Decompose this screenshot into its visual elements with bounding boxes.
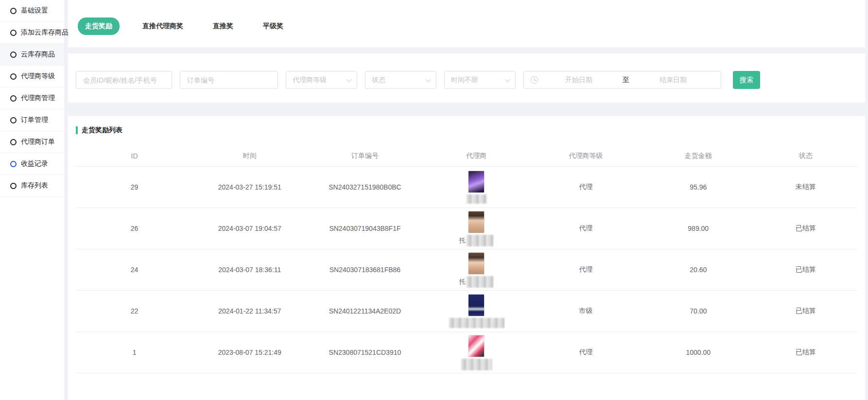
sidebar-item-agent-management[interactable]: 代理商管理 [0, 87, 65, 109]
table-header-row: ID 时间 订单编号 代理商 代理商等级 走货金额 状态 [76, 145, 857, 167]
sidebar-item-label: 云库存商品 [21, 50, 55, 59]
agent-avatar [468, 171, 485, 193]
chevron-down-icon [426, 76, 431, 82]
date-range-separator: 至 [620, 76, 632, 85]
time-range-select[interactable]: 时间不限 [444, 71, 516, 89]
status-select[interactable]: 状态 [365, 71, 436, 89]
filter-bar: 代理商等级 状态 时间不限 开始日期 至 结束日期 搜索 [68, 53, 865, 103]
radio-circle-icon [10, 139, 17, 145]
date-range-picker[interactable]: 开始日期 至 结束日期 [523, 71, 721, 89]
censored-name-block [467, 194, 487, 204]
cell-agent-level: 代理 [529, 265, 642, 274]
cell-time: 2023-08-07 15:21:49 [193, 348, 306, 356]
sidebar-item-add-cloud-stock-product[interactable]: 添加云库存商品 [0, 22, 65, 44]
col-header-id: ID [76, 152, 193, 160]
table-row: 1 2023-08-07 15:21:49 SN2308071521CD3910… [76, 332, 857, 373]
cell-id: 29 [76, 183, 193, 191]
cell-order-no: SN2401221134A2E02D [306, 307, 423, 315]
table-row: 29 2024-03-27 15:19:51 SN240327151980B0B… [76, 167, 857, 208]
cell-id: 1 [76, 348, 193, 356]
member-search-input[interactable] [76, 71, 172, 89]
agent-level-select-label: 代理商等级 [293, 76, 327, 85]
radio-circle-icon [10, 30, 17, 36]
cell-agent [424, 335, 529, 370]
sidebar-item-basic-settings[interactable]: 基础设置 [0, 0, 65, 22]
col-header-time: 时间 [193, 152, 306, 160]
agent-avatar [468, 335, 485, 357]
sidebar-item-label: 订单管理 [21, 116, 48, 124]
cell-amount: 1000.00 [642, 348, 754, 356]
radio-circle-icon [10, 73, 17, 80]
cell-agent-level: 代理 [529, 183, 642, 191]
app-root: 基础设置 添加云库存商品 云库存商品 代理商等级 代理商管理 订单管理 代理商订… [0, 0, 868, 400]
col-header-agent-level: 代理商等级 [529, 152, 642, 160]
sidebar-item-earnings-records[interactable]: 收益记录 [0, 153, 65, 175]
start-date-placeholder[interactable]: 开始日期 [538, 76, 620, 85]
sidebar-item-label: 代理商管理 [21, 94, 55, 103]
sidebar-item-agent-orders[interactable]: 代理商订单 [0, 131, 65, 153]
tab-same-level-reward[interactable]: 平级奖 [256, 17, 290, 35]
sidebar-item-cloud-stock-product[interactable]: 云库存商品 [0, 44, 65, 66]
censored-name-block [467, 276, 493, 288]
cell-time: 2024-03-07 19:04:57 [193, 225, 306, 232]
col-header-status: 状态 [754, 152, 857, 160]
agent-level-select[interactable]: 代理商等级 [286, 71, 357, 89]
section-title-text: 走货奖励列表 [82, 126, 122, 135]
agent-name-censored [460, 359, 492, 370]
agent-name-visible: 托 [459, 236, 466, 245]
tab-direct-reward[interactable]: 直推奖 [206, 17, 240, 35]
table-row: 26 2024-03-07 19:04:57 SN24030719043B8F1… [76, 208, 857, 249]
cell-order-no: SN240307183681FB86 [306, 266, 423, 274]
sidebar-item-label: 库存列表 [21, 181, 48, 190]
col-header-amount: 走货金额 [642, 152, 754, 160]
sidebar-item-agent-level[interactable]: 代理商等级 [0, 66, 65, 87]
agent-name-censored: 托 [459, 235, 493, 246]
agent-name-censored [448, 318, 504, 328]
col-header-agent: 代理商 [424, 152, 529, 160]
tab-direct-agent-reward[interactable]: 直推代理商奖 [136, 17, 190, 35]
cell-time: 2024-03-07 18:36:11 [193, 266, 306, 274]
sidebar-item-stock-list[interactable]: 库存列表 [0, 175, 65, 197]
clock-icon [531, 76, 538, 84]
status-select-label: 状态 [372, 76, 385, 85]
time-range-select-label: 时间不限 [451, 76, 478, 85]
chevron-down-icon [347, 76, 352, 82]
cell-amount: 20.60 [642, 266, 754, 274]
cell-amount: 70.00 [642, 307, 754, 315]
cell-agent: 托 [424, 211, 529, 246]
sidebar-item-label: 代理商订单 [21, 138, 55, 146]
sidebar-item-label: 收益记录 [21, 159, 48, 168]
sidebar-item-label: 基础设置 [21, 6, 48, 15]
sidebar: 基础设置 添加云库存商品 云库存商品 代理商等级 代理商管理 订单管理 代理商订… [0, 0, 65, 400]
reward-list-card: 走货奖励列表 ID 时间 订单编号 代理商 代理商等级 走货金额 状态 29 2… [68, 116, 865, 400]
cell-order-no: SN2308071521CD3910 [306, 348, 423, 356]
agent-avatar [468, 294, 485, 316]
cell-agent [424, 171, 529, 204]
cell-agent: 托 [424, 252, 529, 288]
cell-agent [424, 294, 529, 328]
cell-time: 2024-03-27 15:19:51 [193, 183, 306, 191]
cell-order-no: SN240327151980B0BC [306, 183, 423, 191]
sidebar-item-order-management[interactable]: 订单管理 [0, 109, 65, 131]
order-no-input[interactable] [180, 71, 278, 89]
censored-name-block [449, 318, 504, 328]
censored-name-block [461, 359, 492, 370]
cell-time: 2024-01-22 11:34:57 [193, 307, 306, 315]
cell-id: 26 [76, 225, 193, 232]
cell-id: 24 [76, 266, 193, 274]
tab-shipping-reward[interactable]: 走货奖励 [78, 17, 120, 35]
end-date-placeholder[interactable]: 结束日期 [632, 76, 714, 85]
cell-status: 已结算 [754, 307, 857, 315]
table-row: 22 2024-01-22 11:34:57 SN2401221134A2E02… [76, 291, 857, 332]
cell-agent-level: 代理 [529, 224, 642, 233]
cell-agent-level: 市级 [529, 307, 642, 315]
cell-status: 已结算 [754, 265, 857, 274]
col-header-order-no: 订单编号 [306, 152, 423, 160]
sidebar-item-label: 添加云库存商品 [21, 28, 69, 37]
radio-circle-icon [10, 117, 17, 123]
search-button[interactable]: 搜索 [733, 71, 760, 89]
cell-amount: 95.96 [642, 183, 754, 191]
cell-status: 未结算 [754, 183, 857, 191]
radio-circle-icon [10, 161, 17, 167]
table-row: 24 2024-03-07 18:36:11 SN240307183681FB8… [76, 249, 857, 291]
